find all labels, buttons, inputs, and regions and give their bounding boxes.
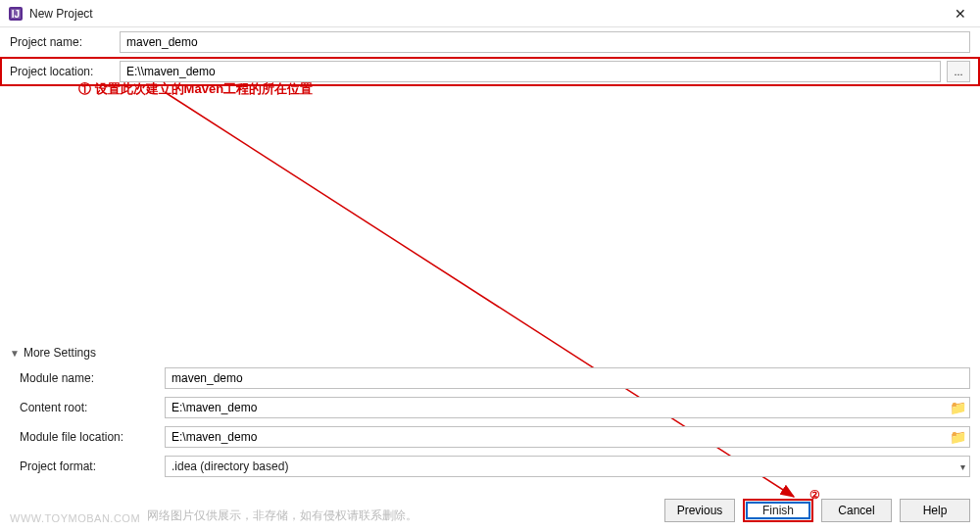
project-name-row: Project name: <box>0 27 980 57</box>
project-format-value: .idea (directory based) <box>172 459 288 473</box>
finish-button[interactable]: Finish <box>743 499 813 522</box>
project-location-label: Project location: <box>10 65 114 78</box>
more-settings-toggle[interactable]: ▼ More Settings <box>10 346 96 360</box>
more-settings-label: More Settings <box>24 346 96 360</box>
chevron-down-icon: ▾ <box>960 461 965 472</box>
arrow-down-icon: ▼ <box>10 348 20 359</box>
title-bar: IJ New Project ✕ <box>0 0 980 27</box>
folder-icon[interactable]: 📁 <box>950 429 966 445</box>
app-icon: IJ <box>8 6 24 22</box>
module-file-location-input[interactable] <box>165 426 970 448</box>
content-root-input[interactable] <box>165 397 970 418</box>
project-format-select[interactable]: .idea (directory based) ▾ <box>165 456 970 477</box>
annotation-1: ① 设置此次建立的Maven工程的所在位置 <box>78 80 313 98</box>
close-button[interactable]: ✕ <box>949 4 972 24</box>
project-location-input[interactable] <box>120 61 941 82</box>
finish-button-inner: Finish <box>746 502 810 519</box>
project-name-label: Project name: <box>10 35 114 49</box>
previous-button[interactable]: Previous <box>664 499 735 522</box>
watermark: WWW.TOYMOBAN.COM <box>10 512 140 524</box>
project-format-label: Project format: <box>20 459 159 473</box>
module-file-location-label: Module file location: <box>20 430 159 444</box>
project-name-input[interactable] <box>120 31 970 53</box>
module-name-input[interactable] <box>165 367 970 389</box>
module-name-label: Module name: <box>20 371 159 385</box>
content-root-label: Content root: <box>20 401 159 414</box>
window-title: New Project <box>29 7 93 21</box>
button-bar: Previous Finish Cancel Help <box>664 499 970 522</box>
cancel-button[interactable]: Cancel <box>821 499 892 522</box>
help-button[interactable]: Help <box>900 499 970 522</box>
svg-text:IJ: IJ <box>12 9 20 20</box>
more-settings-panel: Module name: Content root: 📁 Module file… <box>20 363 970 481</box>
browse-location-button[interactable]: ... <box>947 61 970 82</box>
folder-icon[interactable]: 📁 <box>950 400 966 415</box>
footer-note: 网络图片仅供展示，非存储，如有侵权请联系删除。 <box>147 508 417 524</box>
